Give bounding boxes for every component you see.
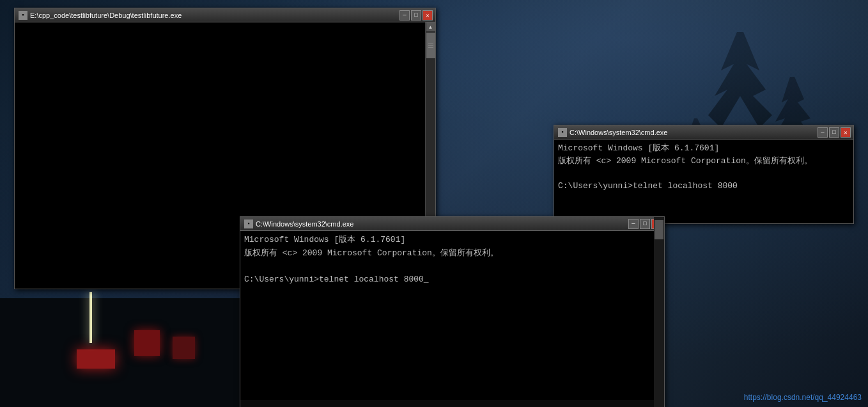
cmd-line-4-w3: C:\Users\yunni>telnet localhost 8000 [558, 180, 849, 193]
window-title-cmd-main: C:\Windows\system32\cmd.exe [256, 220, 660, 228]
titlebar-buttons-1: ─ □ ✕ [399, 10, 433, 20]
cmd-content-main[interactable]: Microsoft Windows [版本 6.1.7601] 版权所有 <c>… [240, 231, 664, 400]
window-title-cmd-topright: C:\Windows\system32\cmd.exe [570, 129, 849, 136]
scrollbar-up-arrow[interactable]: ▲ [426, 22, 435, 31]
cmd-line-4-w2: C:\Users\yunni>telnet localhost 8000_ [244, 273, 660, 287]
cmd-line-1-w3: Microsoft Windows [版本 6.1.7601] [558, 142, 849, 155]
cmd-line-2-w2: 版权所有 <c> 2009 Microsoft Corporation。保留所有… [244, 247, 660, 260]
titlebar-cmd-main[interactable]: ▪ C:\Windows\system32\cmd.exe ─ □ ✕ [240, 217, 664, 231]
cmd-line-2-w3: 版权所有 <c> 2009 Microsoft Corporation。保留所有… [558, 155, 849, 168]
scrollbar-grip-1[interactable] [426, 33, 435, 58]
red-glow-1 [77, 349, 115, 369]
grip-line [428, 47, 433, 48]
titlebar-testlibfuture[interactable]: ▪ E:\cpp_code\testlibfuture\Debug\testli… [15, 8, 435, 22]
grip-line [428, 44, 433, 44]
csdn-watermark: https://blog.csdn.net/qq_44924463 [744, 393, 862, 402]
grip-line [428, 45, 433, 46]
window-title-testlibfuture: E:\cpp_code\testlibfuture\Debug\testlibf… [30, 12, 431, 19]
cmd-line-3-w2 [244, 260, 660, 274]
maximize-button-1[interactable]: □ [411, 10, 421, 20]
minimize-button-3[interactable]: ─ [818, 127, 828, 138]
cmd-content-topright: Microsoft Windows [版本 6.1.7601] 版权所有 <c>… [554, 140, 853, 223]
window-cmd-main: ▪ C:\Windows\system32\cmd.exe ─ □ ✕ Micr… [240, 216, 665, 407]
cmd-line-1-w2: Microsoft Windows [版本 6.1.7601] [244, 234, 660, 247]
building-silhouette [0, 298, 243, 407]
scrollbar-thumb-2[interactable] [655, 220, 663, 239]
window-icon-cmd-topright: ▪ [558, 128, 567, 137]
titlebar-buttons-3: ─ □ ✕ [818, 127, 851, 138]
close-button-3[interactable]: ✕ [841, 127, 851, 138]
light-beam [89, 292, 92, 343]
cmd-line-3-w3 [558, 167, 849, 180]
red-glow-3 [173, 337, 195, 359]
window-icon-testlibfuture: ▪ [19, 11, 27, 20]
window-2-body: Microsoft Windows [版本 6.1.7601] 版权所有 <c>… [240, 231, 664, 407]
maximize-button-3[interactable]: □ [829, 127, 839, 138]
scrollbar-v-2[interactable] [654, 217, 664, 407]
minimize-button-2[interactable]: ─ [628, 219, 639, 229]
close-button-1[interactable]: ✕ [422, 10, 433, 20]
maximize-button-2[interactable]: □ [640, 219, 650, 229]
minimize-button-1[interactable]: ─ [399, 10, 410, 20]
window-cmd-topright: ▪ C:\Windows\system32\cmd.exe ─ □ ✕ Micr… [554, 125, 854, 224]
titlebar-cmd-topright[interactable]: ▪ C:\Windows\system32\cmd.exe ─ □ ✕ [554, 125, 853, 140]
window-icon-cmd-main: ▪ [244, 219, 253, 228]
red-glow-2 [134, 330, 160, 356]
